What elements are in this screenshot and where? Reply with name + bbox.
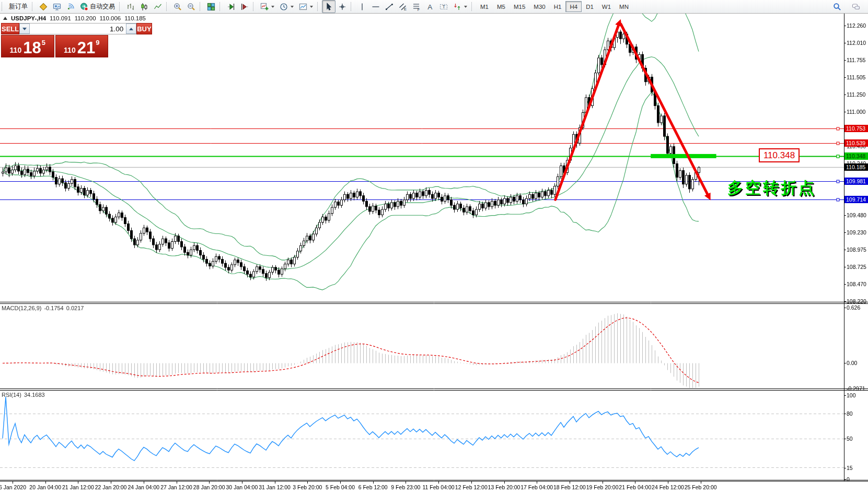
chat-button[interactable]: [849, 0, 863, 13]
chat-icon: [852, 3, 860, 11]
zoom-out-icon: [187, 3, 195, 11]
turning-point-annotation[interactable]: 多空转折点: [727, 178, 816, 199]
sell-price-big: 18: [23, 41, 41, 55]
macd-signal-value: 0.0217: [66, 305, 84, 311]
toolbar-separator: [471, 2, 474, 11]
search-icon: [833, 3, 841, 11]
auto-scroll-button[interactable]: [224, 0, 238, 13]
equidistant-channel-tool-button[interactable]: E: [396, 0, 410, 13]
high-value: 110.200: [75, 15, 96, 21]
line-chart-mode-button[interactable]: [151, 0, 165, 13]
bar-chart-mode-icon: [126, 3, 135, 11]
tf-h1-button[interactable]: H1: [550, 1, 566, 12]
vertical-line-tool-button[interactable]: [355, 0, 369, 13]
tile-windows-button[interactable]: [204, 0, 218, 13]
text-label-tool-button[interactable]: T: [437, 0, 450, 13]
indicators-icon: [260, 3, 269, 11]
toolbar-separator: [2, 2, 4, 11]
text-tool-icon: A: [426, 3, 434, 11]
fibonacci-tool-icon: F: [412, 3, 421, 11]
trendline-tool-button[interactable]: [383, 0, 396, 13]
fibonacci-tool-button[interactable]: F: [410, 0, 423, 13]
autotrading-label: 自动交易: [90, 2, 115, 11]
vertical-line-tool-icon: [358, 3, 366, 11]
toolbar-separator: [166, 2, 169, 11]
toolbar-separator: [219, 2, 222, 11]
macd-name: MACD(12,26,9): [2, 305, 41, 311]
chevron-down-icon: [291, 6, 294, 8]
tf-w1-button[interactable]: W1: [598, 1, 615, 12]
arrows-tool-button[interactable]: [450, 0, 470, 13]
symbol-label: USDJPY-,H4: [11, 15, 46, 21]
templates-icon: [299, 3, 307, 11]
autotrading-button[interactable]: 自动交易: [77, 0, 118, 13]
tf-d1-button[interactable]: D1: [582, 1, 598, 12]
zoom-out-button[interactable]: [184, 0, 198, 13]
metaeditor-button[interactable]: [37, 0, 50, 13]
candlestick-mode-icon: [140, 3, 148, 11]
spinner-up-icon: [129, 28, 133, 30]
toolbar-separator: [200, 2, 202, 11]
periods-icon: [280, 3, 288, 11]
buy-button[interactable]: BUY: [136, 23, 152, 34]
indicators-button[interactable]: [258, 0, 277, 13]
trendline-tool-icon: [385, 3, 394, 11]
macd-value: -0.1754: [44, 305, 63, 311]
price-callout-box[interactable]: 110.348: [759, 148, 800, 162]
data-window-button[interactable]: [50, 0, 64, 13]
templates-button[interactable]: [296, 0, 316, 13]
bar-chart-mode-button[interactable]: [124, 0, 137, 13]
toolbar-separator: [32, 2, 34, 11]
tf-m1-label: M1: [480, 4, 489, 10]
open-value: 110.091: [50, 15, 71, 21]
tf-m30-label: M30: [534, 4, 545, 10]
horizontal-line-tool-icon: [372, 3, 380, 11]
buy-price-button[interactable]: 110 21 9: [55, 35, 109, 57]
tf-h1-label: H1: [554, 4, 562, 10]
sell-button[interactable]: SELL: [1, 23, 19, 34]
tf-m30-button[interactable]: M30: [529, 1, 549, 12]
svg-text:T: T: [443, 4, 446, 9]
tf-m5-label: M5: [497, 4, 505, 10]
horizontal-line-tool-button[interactable]: [369, 0, 383, 13]
tf-mn-button[interactable]: MN: [615, 1, 633, 12]
buy-price-pip: 9: [96, 39, 99, 46]
tf-h4-button[interactable]: H4: [565, 1, 582, 12]
metaeditor-icon: [39, 3, 48, 11]
chart-shift-button[interactable]: [238, 0, 251, 13]
svg-text:E: E: [404, 6, 407, 11]
chart-title: USDJPY-,H4 110.091 110.200 110.006 110.1…: [3, 15, 146, 21]
new-order-label: 新订单: [9, 2, 28, 11]
trading-terminal-window: 新订单自动交易EFATM1M5M15M30H1H4D1W1MN USDJPY-,…: [0, 0, 868, 494]
sell-price-button[interactable]: 110 18 5: [1, 35, 54, 57]
chevron-down-icon: [271, 6, 274, 8]
chart-shift-icon: [240, 3, 249, 11]
search-button[interactable]: [830, 0, 844, 13]
periods-button[interactable]: [277, 0, 296, 13]
autotrading-icon: [80, 3, 88, 11]
rsi-value: 34.1683: [24, 392, 45, 398]
zoom-in-icon: [173, 3, 182, 11]
svg-text:F: F: [418, 7, 420, 11]
volume-input[interactable]: [30, 23, 126, 34]
tf-m1-button[interactable]: M1: [476, 1, 493, 12]
tf-m15-button[interactable]: M15: [510, 1, 529, 12]
signals-button[interactable]: [64, 0, 77, 13]
volume-control: [19, 23, 136, 34]
volume-decrease-button[interactable]: [19, 23, 30, 34]
volume-increase-button[interactable]: [126, 23, 136, 34]
tf-m5-button[interactable]: M5: [493, 1, 510, 12]
buy-price-prefix: 110: [64, 46, 76, 55]
text-tool-button[interactable]: A: [423, 0, 437, 13]
text-label-tool-icon: T: [439, 3, 448, 11]
collapse-panel-icon[interactable]: [3, 17, 7, 20]
new-order-button[interactable]: 新订单: [6, 0, 30, 13]
toolbar-separator: [351, 2, 353, 11]
macd-indicator-label: MACD(12,26,9) -0.1754 0.0217: [2, 305, 84, 311]
zoom-in-button[interactable]: [171, 0, 184, 13]
chart-canvas[interactable]: [0, 0, 868, 494]
cursor-tool-icon: [325, 3, 333, 11]
crosshair-tool-button[interactable]: [335, 0, 349, 13]
cursor-tool-button[interactable]: [322, 0, 335, 13]
candlestick-mode-button[interactable]: [137, 0, 151, 13]
